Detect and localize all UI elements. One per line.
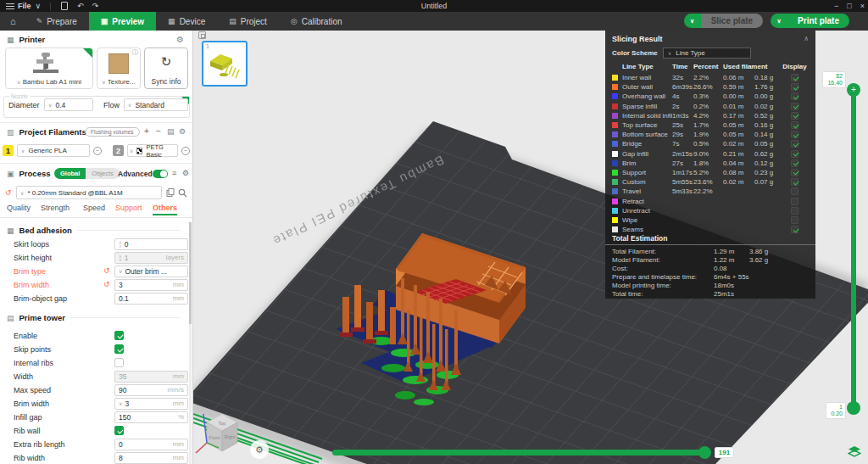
process-scope-toggle[interactable]: Global Objects (54, 168, 120, 179)
slice-options-chevron-icon[interactable]: ∨ (684, 14, 701, 28)
sync-info-button[interactable]: ↻ Sync info (144, 48, 188, 89)
printer-icon: ▦ (7, 36, 14, 44)
tab-calibration[interactable]: ◎ Calibration (279, 12, 354, 31)
plate-info-icon[interactable]: ⓘ (132, 48, 138, 57)
scope-global[interactable]: Global (54, 168, 86, 179)
tab-speed[interactable]: Speed (83, 204, 105, 212)
extra-rib-length-input[interactable]: 0mm (114, 439, 188, 450)
display-checkbox[interactable] (791, 121, 798, 129)
preset-reset-icon[interactable]: ↺ (5, 188, 12, 197)
printer-card[interactable]: ∨ Bambu Lab A1 mini (5, 48, 93, 89)
nozzle-diameter-select[interactable]: ∨ 0.4 (44, 98, 93, 111)
display-checkbox[interactable] (791, 216, 798, 224)
tab-strength[interactable]: Strength (41, 204, 70, 212)
scope-objects[interactable]: Objects (86, 168, 119, 179)
display-checkbox[interactable] (791, 131, 798, 138)
layer-slider-bottom-handle[interactable] (847, 401, 860, 415)
layer-slider[interactable]: + 8216.40 10.20 (851, 90, 856, 409)
tab-others[interactable]: Others (153, 204, 177, 212)
print-options-chevron-icon[interactable]: ∨ (771, 14, 787, 28)
layers-icon[interactable] (848, 445, 861, 458)
plate-list-icon[interactable] (198, 31, 206, 39)
remove-filament-button[interactable]: − (156, 126, 161, 136)
process-preset-select[interactable]: ∨ * 0.20mm Standard @BBL A1M (16, 186, 162, 199)
print-plate-button[interactable]: ∨ Print plate (771, 14, 849, 28)
brim-width-input[interactable]: 3 mm (114, 279, 188, 291)
display-checkbox[interactable] (791, 207, 798, 215)
display-checkbox[interactable] (791, 140, 798, 148)
flushing-volumes-button[interactable]: Flushing volumes (85, 127, 140, 137)
printer-settings-gear-icon[interactable]: ⚙ (176, 35, 184, 44)
internal-ribs-checkbox[interactable] (114, 358, 124, 367)
tab-prepare[interactable]: ✎ Prepare (25, 12, 89, 31)
view-all-settings-icon[interactable]: ≡ (172, 169, 176, 177)
reset-icon[interactable]: ↺ (103, 266, 110, 275)
skirt-loops-stepper[interactable]: ∧∨ 0 (114, 238, 188, 250)
filament1-remove-icon[interactable]: − (93, 147, 102, 155)
add-filament-button[interactable]: + (144, 126, 149, 136)
orientation-cube[interactable]: Top Front Right (196, 414, 237, 453)
line-type-row: Inner wall 32s 2.2% 0.06 m 0.18 g (612, 73, 809, 82)
slice-plate-button[interactable]: ∨ Slice plate (684, 14, 763, 28)
advanced-toggle[interactable] (153, 170, 168, 178)
display-checkbox[interactable] (791, 159, 798, 167)
printer-section-title: Printer (19, 35, 46, 44)
enable-checkbox[interactable] (114, 331, 124, 340)
display-checkbox[interactable] (791, 103, 798, 110)
layer-slider-top-handle[interactable]: + (847, 83, 860, 97)
tab-project[interactable]: ▤ Project (217, 12, 279, 31)
move-slider-handle[interactable] (698, 446, 711, 459)
filament2-remove-icon[interactable]: − (181, 147, 190, 155)
ams-icon[interactable]: ▤ (167, 127, 175, 136)
minimize-button[interactable]: − (834, 2, 838, 10)
tower-brim-width-select[interactable]: ∨3mm (114, 398, 188, 410)
infill-gap-input[interactable]: 150% (114, 411, 188, 423)
filament2-select[interactable]: ∨ PETG Basic (127, 144, 178, 157)
rib-wall-checkbox[interactable] (114, 426, 124, 435)
display-checkbox[interactable] (791, 169, 798, 176)
sidebar-scrollbar-thumb[interactable] (189, 222, 192, 324)
home-tab[interactable]: ⌂ (0, 12, 25, 31)
skip-points-checkbox[interactable] (114, 344, 124, 354)
color-scheme-select[interactable]: ∨ Line Type (663, 48, 751, 59)
width-input[interactable]: 35mm (114, 371, 188, 383)
reset-icon[interactable]: ↺ (103, 280, 110, 288)
brim-type-select[interactable]: ∨ Outer brim ... (114, 266, 188, 277)
title-bar: File ∨ ↶ ↷ Untitled − □ × (0, 0, 868, 12)
copy-preset-icon[interactable] (166, 188, 175, 197)
display-checkbox[interactable] (791, 112, 798, 120)
tune-icon[interactable]: ⚙ (182, 169, 189, 177)
plate-thumbnail-number: 1 (206, 43, 209, 49)
collapse-panel-icon[interactable]: ∧ (804, 35, 809, 42)
plate-type-card[interactable]: ⓘ ∨ Texture... (97, 48, 141, 89)
flow-select[interactable]: ∨ Standard (124, 98, 188, 111)
filament1-select[interactable]: ∨ Generic PLA (17, 144, 90, 157)
display-checkbox[interactable] (791, 83, 798, 91)
plate-thumbnail[interactable]: 1 (202, 41, 248, 87)
display-checkbox[interactable] (791, 187, 798, 195)
max-speed-input[interactable]: 90mm/s (114, 384, 188, 396)
stepper-arrows-icon[interactable]: ∧∨ (119, 241, 122, 248)
filament1-color-badge[interactable]: 1 (3, 145, 14, 156)
move-slider[interactable]: 191 (332, 450, 710, 456)
maximize-button[interactable]: □ (847, 2, 851, 10)
tab-device[interactable]: ▦ Device (156, 12, 217, 31)
viewport-settings-button[interactable]: ⚙ (250, 440, 269, 459)
display-checkbox[interactable] (791, 178, 798, 186)
tab-preview[interactable]: ▣ Preview (89, 12, 156, 31)
tab-quality[interactable]: Quality (7, 204, 31, 212)
tab-support[interactable]: Support (115, 204, 142, 212)
filament2-color-badge[interactable]: 2 (113, 145, 124, 156)
display-checkbox[interactable] (791, 92, 798, 100)
skirt-height-stepper[interactable]: ∧∨ 1 layers (114, 252, 188, 264)
display-checkbox[interactable] (791, 74, 798, 81)
line-type-row: Seams (612, 225, 809, 234)
display-checkbox[interactable] (791, 150, 798, 158)
filament-settings-gear-icon[interactable]: ⚙ (179, 127, 186, 136)
brim-object-gap-input[interactable]: 0.1 mm (114, 293, 188, 305)
search-icon[interactable] (178, 188, 187, 198)
display-checkbox[interactable] (791, 198, 798, 205)
plate-type-image (108, 53, 129, 74)
display-checkbox[interactable] (791, 226, 798, 233)
close-button[interactable]: × (860, 2, 865, 10)
